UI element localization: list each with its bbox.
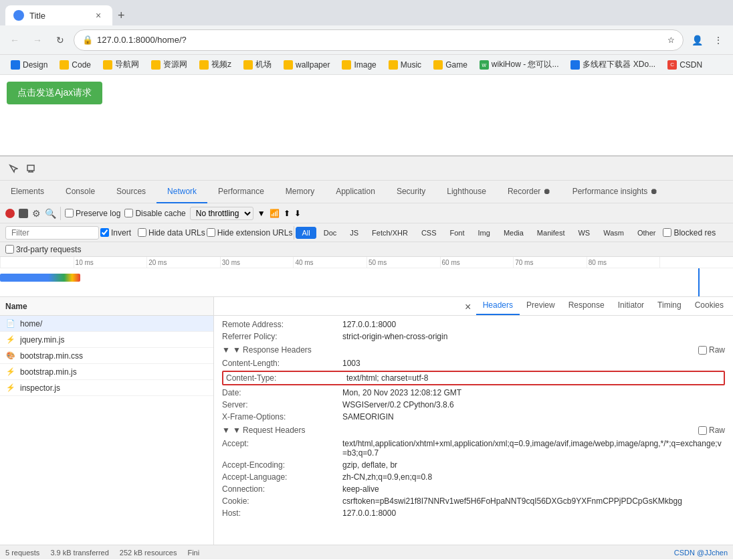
bookmark-resource[interactable]: 资源网 — [146, 57, 193, 72]
hide-data-urls-checkbox[interactable] — [138, 228, 146, 237]
extensions-button[interactable]: ⋮ — [709, 31, 728, 50]
bookmark-video[interactable]: 视频z — [194, 57, 237, 72]
new-tab-button[interactable]: + — [112, 6, 130, 25]
bookmark-icon-airport — [243, 60, 253, 70]
bookmark-icon-video — [199, 60, 209, 70]
response-raw-checkbox[interactable] — [698, 346, 707, 355]
bookmark-label-game: Game — [445, 60, 467, 70]
request-headers-title[interactable]: ▼ ▼ Request Headers Raw — [222, 423, 725, 438]
file-list-header: Name — [0, 297, 213, 316]
bookmark-icon-wikihow: w — [480, 60, 489, 70]
thirdparty-checkbox[interactable] — [5, 245, 14, 254]
tab-close-btn[interactable]: × — [92, 9, 104, 21]
ajax-button[interactable]: 点击发送Ajax请求 — [7, 82, 102, 104]
close-detail-button[interactable]: × — [460, 299, 476, 315]
disable-cache-label[interactable]: Disable cache — [124, 209, 185, 218]
bookmark-game[interactable]: Game — [428, 58, 473, 72]
bookmark-label-csdn: CSDN — [679, 60, 702, 70]
throttle-select[interactable]: No throttling Fast 3G Slow 3G — [190, 207, 253, 220]
timeline[interactable]: 10 ms 20 ms 30 ms 40 ms 50 ms 60 ms 70 m… — [0, 257, 733, 297]
invert-checkbox[interactable] — [100, 228, 109, 237]
file-item-bootstrap-css[interactable]: 🎨 bootstrap.min.css — [0, 348, 213, 364]
file-item-bootstrap-js[interactable]: ⚡ bootstrap.min.js — [0, 364, 213, 380]
request-raw-label[interactable]: Raw — [698, 426, 725, 435]
lock-icon: 🔒 — [82, 35, 93, 45]
filter-doc[interactable]: Doc — [318, 227, 343, 239]
tab-lighthouse[interactable]: Lighthouse — [436, 181, 497, 203]
stop-button[interactable] — [19, 209, 28, 218]
tab-performance[interactable]: Performance — [207, 181, 275, 203]
back-button[interactable]: ← — [5, 31, 24, 50]
filter-media[interactable]: Media — [498, 227, 530, 239]
general-referrer-row: Referrer Policy: strict-origin-when-cros… — [222, 331, 725, 343]
record-button[interactable] — [5, 209, 15, 218]
detail-tab-initiator[interactable]: Initiator — [611, 297, 651, 315]
bookmark-code[interactable]: Code — [54, 58, 96, 72]
filter-ws[interactable]: WS — [572, 227, 596, 239]
tab-sources[interactable]: Sources — [106, 181, 156, 203]
tab-application[interactable]: Application — [325, 181, 386, 203]
file-name-bootstrap-js: bootstrap.min.js — [20, 367, 208, 377]
detail-tab-response[interactable]: Response — [562, 297, 611, 315]
preserve-log-label[interactable]: Preserve log — [65, 209, 120, 218]
filter-img[interactable]: Img — [472, 227, 496, 239]
tab-performance-insights[interactable]: Performance insights ⏺ — [562, 181, 669, 203]
bookmark-nav[interactable]: 导航网 — [98, 57, 144, 72]
filter-icon[interactable]: ⚙ — [32, 208, 41, 219]
detail-tab-timing[interactable]: Timing — [651, 297, 688, 315]
devtools-inspect-btn[interactable] — [23, 161, 39, 177]
tab-memory[interactable]: Memory — [275, 181, 325, 203]
filter-wasm[interactable]: Wasm — [597, 227, 630, 239]
profile-button[interactable]: 👤 — [688, 31, 706, 50]
detail-tab-preview[interactable]: Preview — [520, 297, 562, 315]
thirdparty-checkbox-label[interactable]: 3rd-party requests — [5, 245, 81, 254]
file-item-inspector[interactable]: ⚡ inspector.js — [0, 380, 213, 396]
detail-tab-headers[interactable]: Headers — [476, 297, 520, 315]
bookmark-xdo[interactable]: 多线程下载器 XDo... — [565, 57, 661, 72]
address-bar[interactable]: 🔒 127.0.0.1:8000/home/? ☆ — [74, 29, 684, 51]
filter-manifest[interactable]: Manifest — [531, 227, 571, 239]
filter-all[interactable]: All — [296, 227, 316, 239]
bookmark-design[interactable]: Design — [5, 58, 53, 72]
search-icon[interactable]: 🔍 — [45, 208, 56, 219]
tab-security[interactable]: Security — [386, 181, 436, 203]
file-icon-bootstrap-js: ⚡ — [5, 367, 16, 377]
filter-font[interactable]: Font — [444, 227, 471, 239]
preserve-log-checkbox[interactable] — [65, 209, 74, 217]
bookmark-csdn[interactable]: C CSDN — [662, 58, 708, 72]
hide-ext-urls-checkbox[interactable] — [207, 228, 215, 237]
filter-js[interactable]: JS — [344, 227, 364, 239]
tab-network[interactable]: Network — [156, 181, 207, 203]
devtools-pointer-btn[interactable] — [5, 161, 21, 177]
bookmark-wallpaper[interactable]: wallpaper — [278, 58, 335, 72]
filter-css[interactable]: CSS — [415, 227, 443, 239]
request-raw-checkbox[interactable] — [698, 426, 707, 435]
filter-input[interactable] — [5, 226, 99, 240]
tab-recorder[interactable]: Recorder ⏺ — [497, 181, 562, 203]
blocked-res-checkbox[interactable] — [663, 228, 671, 237]
tick-10: 10 ms — [74, 257, 147, 268]
hide-ext-urls-label[interactable]: Hide extension URLs — [207, 228, 293, 238]
bookmark-icon-wallpaper — [284, 60, 293, 70]
forward-button[interactable]: → — [28, 31, 47, 50]
page-content: 点击发送Ajax请求 — [0, 75, 733, 155]
response-raw-label[interactable]: Raw — [698, 345, 725, 355]
disable-cache-checkbox[interactable] — [124, 209, 133, 217]
tab-elements[interactable]: Elements — [0, 181, 55, 203]
browser-tab[interactable]: Title × — [5, 5, 112, 25]
filter-fetch-xhr[interactable]: Fetch/XHR — [366, 227, 414, 239]
tab-console[interactable]: Console — [55, 181, 106, 203]
bookmark-airport[interactable]: 机场 — [238, 57, 277, 72]
blocked-res-label[interactable]: Blocked res — [663, 228, 716, 238]
invert-label[interactable]: Invert — [100, 228, 131, 238]
bookmark-music[interactable]: Music — [383, 58, 427, 72]
file-item-jquery[interactable]: ⚡ jquery.min.js — [0, 332, 213, 348]
bookmark-wikihow[interactable]: w wikiHow - 您可以... — [474, 57, 564, 72]
response-headers-title[interactable]: ▼ ▼ Response Headers Raw — [222, 343, 725, 357]
reload-button[interactable]: ↻ — [51, 31, 70, 50]
hide-data-urls-label[interactable]: Hide data URLs — [138, 228, 205, 238]
file-item-home[interactable]: 📄 home/ — [0, 316, 213, 332]
detail-tab-cookies[interactable]: Cookies — [688, 297, 730, 315]
filter-other[interactable]: Other — [631, 227, 662, 239]
bookmark-image[interactable]: Image — [336, 58, 381, 72]
